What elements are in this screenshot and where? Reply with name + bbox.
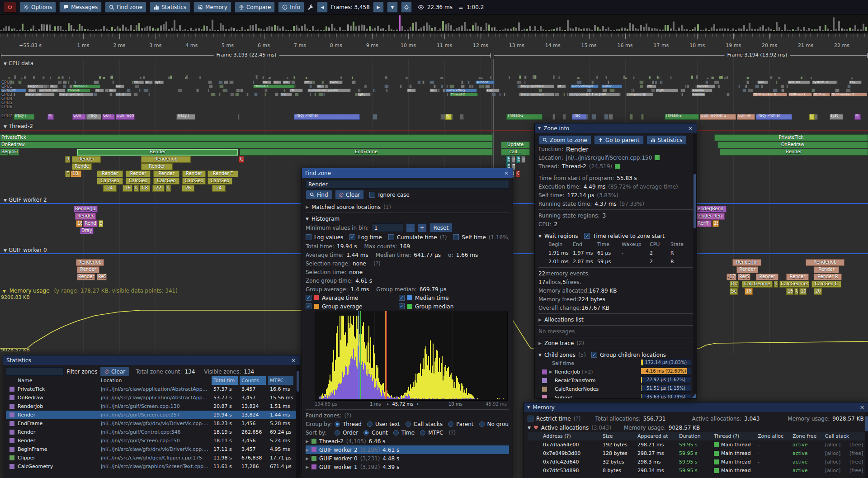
checkbox-log-values[interactable] — [306, 234, 311, 240]
cpu-zone[interactable] — [811, 89, 814, 92]
callstack-free-link[interactable]: [free] — [849, 458, 863, 466]
zone[interactable]: Dray — [80, 227, 94, 234]
zone[interactable]: 24 — [103, 185, 117, 192]
cpu-zone[interactable] — [218, 80, 222, 84]
cpu-zone[interactable] — [641, 114, 644, 120]
cpu-zone[interactable]: GUIF worker 2 — [700, 114, 736, 120]
column-header[interactable]: Zone free — [793, 432, 816, 440]
cpu-zone[interactable]: kworke — [692, 93, 705, 96]
cpu-zone[interactable] — [781, 89, 784, 92]
column-header[interactable]: Counts — [241, 376, 259, 385]
cpu-zone[interactable] — [240, 89, 243, 92]
zone[interactable]: Render — [72, 156, 101, 163]
cpu-zone[interactable] — [291, 80, 295, 84]
wait-row[interactable]: 2.01 ms2.07 ms59 μs-2R — [538, 257, 693, 266]
cpu-zone[interactable] — [230, 93, 235, 96]
cpu-zone[interactable]: tracy_syn- — [25, 93, 55, 96]
active-allocations-toggle[interactable]: ▼ ♥ Active allocations (3,043) Memory us… — [528, 423, 865, 432]
cpu-zone[interactable] — [630, 114, 633, 120]
cpu-zone[interactable] — [591, 114, 597, 120]
cpu-zone[interactable] — [755, 85, 760, 88]
cpu-zone[interactable] — [135, 85, 140, 88]
zone[interactable]: Render — [141, 163, 173, 170]
find-button[interactable]: Find — [306, 190, 332, 199]
cpu-zone[interactable]: kwgpr — [27, 85, 43, 88]
column-header[interactable]: Name — [18, 376, 32, 385]
cpu-zone[interactable] — [148, 93, 150, 96]
checkbox-log-time[interactable] — [349, 234, 355, 240]
cpu-zone[interactable]: Thread-2 — [450, 93, 478, 96]
zone[interactable]: EndFrame — [240, 149, 493, 156]
cpu-zone[interactable]: composer@2.1-se [HW — [569, 93, 619, 96]
cpu-zone[interactable]: su — [316, 85, 325, 88]
cpu-zone[interactable] — [253, 80, 255, 84]
cpu-zone[interactable]: cfr — [304, 80, 313, 84]
frame-minimap[interactable] — [0, 14, 868, 33]
cpu-zone[interactable]: Tracy Profiler — [294, 114, 360, 120]
cpu-zone[interactable] — [422, 80, 425, 84]
zone[interactable]: call... — [501, 149, 530, 156]
cpu-zone[interactable] — [358, 89, 361, 92]
cpu-zone[interactable]: GUIF — [72, 114, 86, 120]
zoom-to-zone-button[interactable]: Zoom to zone — [538, 135, 591, 145]
cpu-zone[interactable] — [384, 85, 389, 88]
cpu-zone[interactable]: tracy_systrace — [520, 85, 554, 88]
cpu-zone[interactable]: su — [145, 80, 153, 84]
column-header[interactable]: Appeared at — [637, 432, 668, 440]
callstack-alloc-link[interactable]: [alloc] — [825, 466, 840, 475]
cpu-zone[interactable] — [112, 80, 114, 84]
find-zone-button[interactable]: Find zone — [105, 2, 146, 13]
next-frame-button[interactable]: ▶ — [373, 2, 384, 13]
sort-by-time[interactable] — [393, 430, 399, 435]
zone[interactable]: 18 — [712, 220, 719, 227]
table-row[interactable]: EndFramejni/../jni/src/claw/gfx/drv/vk/D… — [6, 419, 297, 428]
cpu-zone[interactable] — [563, 114, 566, 120]
zone[interactable]: C — [794, 288, 798, 295]
zone[interactable]: 18 — [76, 220, 82, 227]
close-icon[interactable]: × — [859, 404, 865, 411]
cpu-zone[interactable] — [57, 80, 62, 84]
cpu-zone[interactable] — [685, 85, 687, 88]
cpu-zone[interactable]: lgiks — [357, 93, 371, 96]
zone-time-histogram[interactable] — [315, 311, 508, 401]
zone[interactable]: CalcGeo — [126, 178, 151, 185]
cpu-zone[interactable]: su — [429, 89, 438, 92]
cpu-zone[interactable] — [224, 80, 228, 84]
wait-regions-toggle[interactable]: ▼Wait regions Time relative to zone star… — [538, 232, 693, 240]
zone[interactable]: CalcGeo — [97, 178, 123, 185]
zone[interactable]: CalcGeomet — [779, 281, 809, 288]
min-bin-input[interactable] — [372, 223, 403, 232]
zone-search-input[interactable] — [306, 180, 509, 189]
zone[interactable]: Render — [75, 213, 96, 220]
cpu-zone[interactable]: su — [108, 89, 117, 92]
column-header[interactable]: Thread (?) — [714, 432, 739, 440]
group-by-no-grouping[interactable] — [479, 421, 485, 427]
cpu-zone[interactable] — [485, 85, 490, 88]
cpu-zone[interactable] — [726, 93, 730, 96]
cpu-zone[interactable] — [105, 89, 107, 92]
thread-header[interactable]: ▼GUIF worker 0 — [4, 247, 47, 253]
cpu-zone[interactable]: tai — [133, 80, 143, 84]
prev-frame-button[interactable]: ◀ — [317, 2, 328, 13]
zone[interactable]: PrivateTick — [0, 134, 493, 141]
cpu-zone[interactable] — [639, 80, 644, 84]
cpu-zone[interactable] — [748, 89, 753, 92]
cpu-zone[interactable] — [681, 93, 683, 96]
zone[interactable]: CalcGeo C — [811, 281, 841, 288]
cpu-zone[interactable]: Thread-2 — [665, 114, 699, 120]
zone[interactable]: CalcGeo — [153, 178, 179, 185]
zone[interactable]: 10 — [799, 288, 807, 295]
zone[interactable]: 24 — [212, 185, 226, 192]
cpu-zone[interactable]: ra — [95, 89, 104, 92]
zone[interactable]: Render — [77, 149, 238, 156]
zone[interactable]: Render Ren — [693, 213, 725, 220]
legend-checkbox[interactable] — [306, 295, 311, 301]
zone[interactable]: 16 — [786, 288, 793, 295]
cpu-zone[interactable] — [609, 89, 615, 92]
cpu-zone[interactable] — [229, 80, 234, 84]
cpu-zone[interactable]: ksy — [849, 80, 862, 84]
cpu-zone[interactable] — [591, 80, 594, 84]
callstack-free-link[interactable]: [free] — [849, 466, 863, 475]
cpu-zone[interactable] — [133, 93, 138, 96]
zone[interactable]: 9 — [99, 220, 103, 227]
